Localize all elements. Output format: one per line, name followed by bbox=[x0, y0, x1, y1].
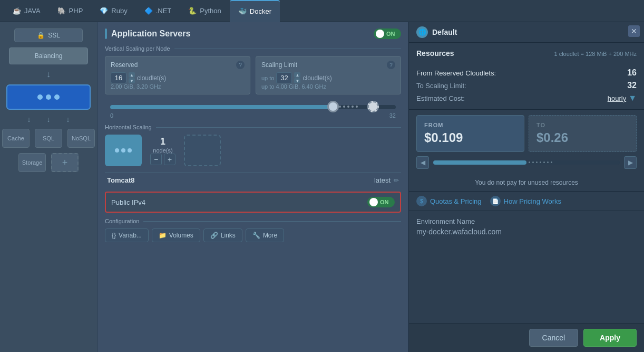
reserved-box: Reserved ? 16 ▲ ▼ cloudlet(s) 2.00 GiB, … bbox=[105, 56, 250, 94]
price-dot bbox=[536, 161, 538, 163]
node-increment[interactable]: + bbox=[164, 154, 175, 165]
arrow-right-icon: ↓ bbox=[66, 115, 70, 123]
resources-section: Resources 1 cloudlet = 128 MiB + 200 MHz… bbox=[409, 43, 644, 110]
environment-dropdown[interactable]: 🌐 Default ▼ bbox=[409, 22, 644, 43]
to-scaling-label: To Scaling Limit: bbox=[416, 82, 466, 90]
scaling-limit-box: Scaling Limit ? up to 32 ▲ ▼ cloudlet(s)… bbox=[256, 56, 401, 94]
sql-label: SQL bbox=[43, 135, 54, 141]
links-label: Links bbox=[221, 232, 236, 239]
reserved-unit: cloudlet(s) bbox=[137, 74, 166, 82]
storage-row: Storage + bbox=[18, 153, 79, 172]
links-row: $ Quotas & Pricing 📄 How Pricing Works bbox=[409, 191, 644, 211]
cost-label: Estimated Cost: bbox=[416, 94, 465, 102]
limit-decrement[interactable]: ▼ bbox=[294, 78, 300, 83]
cancel-button[interactable]: Cancel bbox=[529, 329, 579, 347]
price-dot bbox=[547, 161, 549, 163]
slider-dot bbox=[347, 106, 349, 108]
close-icon: ✕ bbox=[631, 27, 637, 35]
price-cards: FROM $0.109 TO $0.26 bbox=[409, 115, 644, 152]
price-dot bbox=[529, 161, 530, 163]
cost-dropdown-arrow[interactable]: ▼ bbox=[628, 93, 637, 103]
edit-version-icon[interactable]: ✏ bbox=[394, 177, 399, 184]
node-dot-1 bbox=[115, 148, 119, 153]
node-decrement[interactable]: − bbox=[150, 154, 162, 165]
reserved-stepper-arrows: ▲ ▼ bbox=[129, 72, 135, 83]
slider-dots-area bbox=[339, 104, 370, 109]
cost-value[interactable]: hourly bbox=[608, 94, 626, 102]
reserved-decrement[interactable]: ▼ bbox=[129, 78, 135, 83]
price-slider-prev[interactable]: ◀ bbox=[416, 156, 429, 169]
nosql-button[interactable]: NoSQL bbox=[67, 129, 95, 148]
limit-slider-thumb[interactable] bbox=[367, 101, 379, 112]
to-price-card: TO $0.26 bbox=[529, 115, 637, 152]
to-scaling-row: To Scaling Limit: 32 bbox=[416, 81, 637, 90]
main-area: 🔒 SSL Balancing ↓ ↓ ↓ ↓ Cache bbox=[0, 22, 644, 352]
ssl-label: SSL bbox=[48, 32, 60, 39]
horizontal-content: 1 node(s) − + bbox=[105, 135, 401, 166]
cache-button[interactable]: Cache bbox=[2, 129, 30, 148]
cache-label: Cache bbox=[7, 135, 24, 141]
reserved-help-icon[interactable]: ? bbox=[236, 61, 245, 69]
tab-ruby[interactable]: 💎 Ruby bbox=[91, 0, 135, 22]
tab-python-label: Python bbox=[200, 7, 221, 15]
slider-dot bbox=[339, 106, 341, 108]
from-cloudlets-label: From Reserved Cloudlets: bbox=[416, 69, 496, 77]
tab-net[interactable]: 🔷 .NET bbox=[136, 0, 180, 22]
node-count: 1 bbox=[150, 136, 175, 147]
how-pricing-link[interactable]: 📄 How Pricing Works bbox=[490, 196, 562, 206]
limit-increment[interactable]: ▲ bbox=[294, 72, 300, 78]
from-text-2: Reserved Cloudlets: bbox=[434, 69, 496, 77]
arrows-row: ↓ ↓ ↓ bbox=[27, 115, 70, 123]
price-slider-next[interactable]: ▶ bbox=[624, 156, 637, 169]
app-servers-toggle[interactable]: ON bbox=[374, 28, 401, 39]
vertical-scaling-label: Vertical Scaling per Node bbox=[105, 45, 401, 52]
node-dot-3 bbox=[128, 148, 132, 153]
scaling-limit-stepper-arrows: ▲ ▼ bbox=[294, 72, 300, 83]
down-arrow-icon: ↓ bbox=[46, 70, 51, 79]
add-node-button[interactable]: + bbox=[51, 153, 79, 172]
tab-bar: ☕ JAVA 🐘 PHP 💎 Ruby 🔷 .NET 🐍 Python 🐳 Do… bbox=[0, 0, 644, 22]
reserved-slider-thumb[interactable] bbox=[327, 101, 339, 112]
docker-node[interactable] bbox=[6, 84, 91, 110]
quotas-pricing-link[interactable]: $ Quotas & Pricing bbox=[416, 196, 482, 206]
sql-button[interactable]: SQL bbox=[35, 129, 62, 148]
net-icon: 🔷 bbox=[144, 7, 153, 15]
to-price-label: TO bbox=[536, 122, 629, 128]
price-slider-fill bbox=[433, 160, 526, 165]
scaling-row: Reserved ? 16 ▲ ▼ cloudlet(s) 2.00 GiB, … bbox=[105, 56, 401, 94]
close-button[interactable]: ✕ bbox=[628, 25, 640, 37]
scaling-limit-help-icon[interactable]: ? bbox=[387, 61, 395, 69]
links-button[interactable]: 🔗 Links bbox=[203, 229, 242, 242]
tab-php[interactable]: 🐘 PHP bbox=[49, 0, 92, 22]
scaling-limit-label: Scaling Limit bbox=[261, 61, 297, 69]
storage-button[interactable]: Storage bbox=[18, 153, 46, 172]
right-panel: ✕ 🌐 Default ▼ Resources 1 cloudlet = 128… bbox=[408, 22, 644, 352]
config-header: Configuration bbox=[105, 218, 401, 224]
node-controls: − + bbox=[150, 154, 175, 165]
from-price-label: FROM bbox=[424, 122, 516, 128]
apply-button[interactable]: Apply bbox=[583, 329, 637, 347]
ipv4-toggle[interactable]: ON bbox=[367, 197, 395, 207]
tab-java[interactable]: ☕ JAVA bbox=[4, 0, 49, 22]
resources-note: 1 cloudlet = 128 MiB + 200 MHz bbox=[554, 51, 637, 57]
public-ipv4-row: Public IPv4 ON bbox=[105, 192, 401, 213]
bottom-nodes: Cache SQL NoSQL bbox=[2, 129, 95, 148]
balancing-button[interactable]: Balancing bbox=[9, 47, 88, 64]
vertical-scaling-text: Vertical Scaling per Node bbox=[105, 45, 170, 52]
software-version-area: latest ✏ bbox=[374, 176, 399, 184]
reserved-increment[interactable]: ▲ bbox=[129, 72, 135, 78]
reserved-stepper: 16 ▲ ▼ cloudlet(s) bbox=[111, 72, 245, 83]
volumes-button[interactable]: 📁 Volumes bbox=[152, 229, 200, 242]
price-dot bbox=[551, 161, 552, 163]
tab-python[interactable]: 🐍 Python bbox=[180, 0, 229, 22]
scaling-limit-stepper: up to 32 ▲ ▼ cloudlet(s) bbox=[261, 72, 395, 83]
ssl-button[interactable]: 🔒 SSL bbox=[14, 28, 83, 42]
docker-dot-3 bbox=[54, 94, 60, 100]
price-dot bbox=[540, 161, 541, 163]
node-dot-2 bbox=[121, 148, 125, 153]
more-button[interactable]: 🔧 More bbox=[246, 229, 284, 242]
tab-docker[interactable]: 🐳 Docker bbox=[230, 0, 280, 22]
variables-button[interactable]: {} Variab... bbox=[105, 229, 149, 242]
env-name-domain: wafacloud.com bbox=[452, 227, 501, 236]
from-cloudlets-row: From Reserved Cloudlets: 16 bbox=[416, 68, 637, 78]
